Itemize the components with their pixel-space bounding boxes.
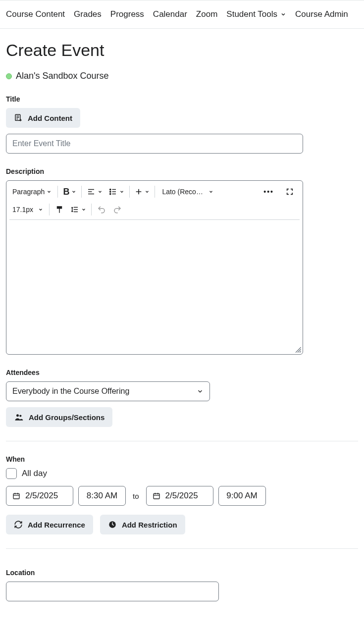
start-time-value: 8:30 AM [87, 491, 117, 501]
svg-point-11 [110, 193, 111, 194]
add-content-button[interactable]: Add Content [6, 108, 80, 128]
add-content-label: Add Content [28, 114, 72, 122]
end-time-input[interactable]: 9:00 AM [218, 486, 266, 506]
attendees-select[interactable]: Everybody in the Course Offering [6, 381, 210, 401]
end-date-value: 2/5/2025 [165, 491, 198, 501]
svg-point-10 [110, 191, 111, 192]
rte-more-button[interactable]: ••• [260, 184, 277, 200]
nav-progress[interactable]: Progress [110, 9, 144, 19]
groups-icon [14, 412, 24, 422]
all-day-label: All day [22, 469, 47, 478]
rte-toolbar: Paragraph B [6, 181, 303, 218]
calendar-icon [12, 492, 20, 500]
nav-course-admin[interactable]: Course Admin [295, 9, 348, 19]
chevron-down-icon [98, 189, 103, 194]
section-divider [6, 441, 358, 441]
plus-icon [135, 188, 143, 196]
add-groups-sections-button[interactable]: Add Groups/Sections [6, 407, 112, 427]
location-input[interactable] [6, 582, 219, 601]
course-context: Alan's Sandbox Course [6, 71, 358, 81]
restriction-icon [108, 520, 117, 529]
rte-block-format-select[interactable]: Paragraph [7, 184, 55, 200]
nav-student-tools-label: Student Tools [226, 9, 277, 19]
calendar-icon [153, 492, 160, 500]
rich-text-editor: Paragraph B [6, 180, 303, 355]
rte-insert-button[interactable] [132, 184, 153, 200]
chevron-down-icon [280, 11, 286, 17]
svg-point-9 [110, 189, 111, 190]
description-label: Description [6, 167, 358, 175]
page-title: Create Event [6, 41, 358, 60]
nav-calendar[interactable]: Calendar [153, 9, 187, 19]
chevron-down-icon [145, 189, 150, 194]
rte-font-size-select[interactable]: 17.1px [7, 202, 47, 217]
rte-block-format-value: Paragraph [12, 188, 45, 196]
chevron-down-icon [71, 189, 76, 194]
nav-student-tools[interactable]: Student Tools [226, 9, 286, 19]
start-date-value: 2/5/2025 [25, 491, 58, 501]
chevron-down-icon [38, 207, 43, 212]
separator [49, 204, 50, 215]
end-time-value: 9:00 AM [226, 491, 257, 501]
add-recurrence-button[interactable]: Add Recurrence [6, 515, 93, 534]
course-name: Alan's Sandbox Course [16, 71, 109, 81]
align-left-icon [87, 187, 96, 196]
nav-course-content[interactable]: Course Content [6, 9, 65, 19]
chevron-down-icon [197, 388, 204, 395]
svg-rect-26 [13, 493, 19, 499]
rte-font-family-value: Lato (Recomme… [162, 188, 207, 196]
start-time-input[interactable]: 8:30 AM [78, 486, 126, 506]
rte-list-button[interactable] [105, 184, 127, 200]
title-label: Title [6, 95, 358, 103]
rte-undo-button[interactable] [94, 202, 109, 217]
svg-line-23 [300, 351, 301, 353]
separator [57, 186, 58, 198]
add-recurrence-label: Add Recurrence [28, 521, 85, 529]
chevron-down-icon [119, 189, 124, 194]
attendees-selected-value: Everybody in the Course Offering [12, 387, 129, 396]
when-label: When [6, 455, 358, 463]
section-divider [6, 548, 358, 549]
start-date-input[interactable]: 2/5/2025 [6, 486, 73, 506]
rte-bold-button[interactable]: B [60, 184, 79, 200]
line-height-icon [70, 205, 79, 214]
nav-zoom[interactable]: Zoom [196, 9, 217, 19]
end-date-input[interactable]: 2/5/2025 [146, 486, 213, 506]
add-content-icon [14, 113, 23, 122]
format-painter-icon [55, 205, 64, 214]
resize-handle-icon[interactable] [294, 345, 302, 353]
rte-format-painter-button[interactable] [52, 202, 67, 217]
redo-icon [113, 205, 122, 214]
rte-fullscreen-button[interactable] [282, 184, 298, 200]
separator [81, 186, 82, 198]
to-label: to [131, 492, 141, 500]
attendees-label: Attendees [6, 369, 358, 376]
list-icon [108, 187, 117, 196]
rte-line-height-button[interactable] [67, 202, 89, 217]
top-nav: Course Content Grades Progress Calendar … [0, 0, 364, 29]
undo-icon [97, 205, 106, 214]
add-restriction-label: Add Restriction [122, 521, 177, 529]
status-dot-icon [6, 73, 12, 79]
separator [155, 186, 155, 198]
add-restriction-button[interactable]: Add Restriction [100, 515, 185, 534]
rte-font-family-select[interactable]: Lato (Recomme… [157, 184, 217, 200]
rte-redo-button[interactable] [109, 202, 125, 217]
event-title-input[interactable] [6, 134, 303, 154]
chevron-down-icon [208, 189, 213, 194]
nav-grades[interactable]: Grades [74, 9, 102, 19]
all-day-checkbox[interactable] [6, 468, 17, 479]
chevron-down-icon [81, 207, 86, 212]
rte-content-area[interactable] [6, 220, 303, 354]
fullscreen-icon [286, 188, 294, 196]
svg-point-24 [16, 414, 19, 417]
chevron-down-icon [47, 189, 52, 194]
recurrence-icon [14, 520, 23, 529]
page-body: Create Event Alan's Sandbox Course Title… [0, 29, 364, 607]
svg-point-25 [19, 415, 21, 417]
svg-rect-30 [154, 493, 159, 499]
ellipsis-icon: ••• [263, 188, 274, 196]
add-groups-sections-label: Add Groups/Sections [29, 413, 104, 422]
bold-icon: B [63, 187, 69, 197]
rte-align-button[interactable] [84, 184, 105, 200]
